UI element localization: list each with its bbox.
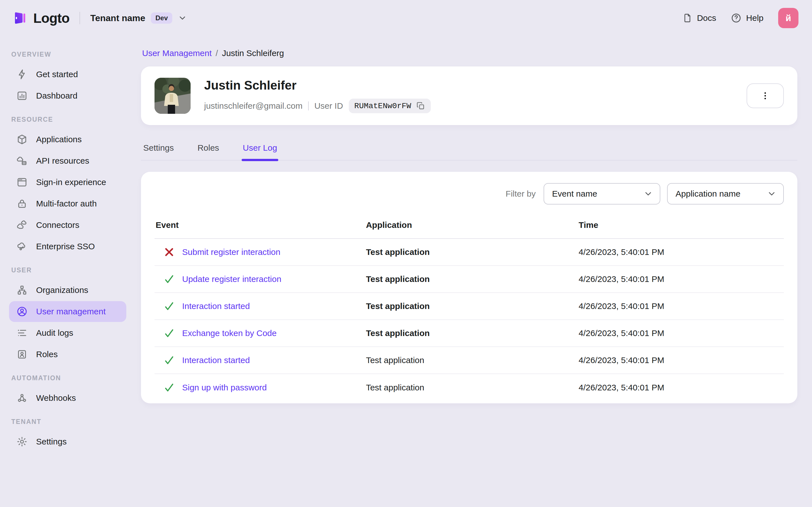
topbar: Logto Tenant name Dev Docs Help й [0,0,812,36]
event-link[interactable]: Update register interaction [182,274,282,284]
logto-logo-icon [11,10,28,26]
main-content: User Management / Justin Schleiferg [135,36,812,507]
sidebar-item-get-started[interactable]: Get started [9,64,126,85]
more-actions-button[interactable] [747,83,784,108]
event-link[interactable]: Submit register interaction [182,247,281,257]
lock-icon [16,198,28,209]
sidebar-item-api-resources[interactable]: API resources [9,151,126,171]
sidebar-item-label: Dashboard [36,91,78,101]
sidebar-item-user-management[interactable]: User management [9,301,126,322]
chevron-down-icon [178,13,187,22]
sidebar: OVERVIEW Get started Dashboard RESOURCE … [0,36,135,507]
sidebar-item-webhooks[interactable]: Webhooks [9,388,126,408]
sidebar-item-label: Webhooks [36,393,76,403]
sidebar-item-label: User management [36,307,106,316]
tenant-name: Tenant name [90,13,145,23]
docs-button[interactable]: Docs [682,13,716,23]
kebab-icon [760,91,770,101]
section-header-resource: RESOURCE [0,107,135,128]
time-cell: 4/26/2023, 5:40:01 PM [578,383,784,392]
bar-chart-icon [16,90,28,101]
application-cell: Test application [366,328,578,338]
success-check-icon [163,300,175,312]
application-cell: Test application [366,355,578,365]
sidebar-item-label: Applications [36,135,82,144]
sidebar-item-label: Settings [36,437,66,446]
copy-icon [416,101,425,110]
application-name-filter-value: Application name [675,189,741,199]
sidebar-item-label: Roles [36,349,58,359]
success-check-icon [163,274,175,285]
event-name-filter-value: Event name [552,189,597,199]
sidebar-item-label: Connectors [36,220,79,230]
sidebar-item-audit-logs[interactable]: Audit logs [9,323,126,343]
cloud-key-icon [16,241,28,252]
sidebar-item-enterprise-sso[interactable]: Enterprise SSO [9,236,126,257]
event-link[interactable]: Exchange token by Code [182,328,276,338]
sidebar-item-multi-factor-auth[interactable]: Multi-factor auth [9,193,126,214]
table-row: Update register interaction Test applica… [154,266,784,293]
application-name-filter-dropdown[interactable]: Application name [667,183,784,205]
table-row: Submit register interaction Test applica… [154,239,784,266]
application-cell: Test application [366,247,578,257]
sidebar-item-roles[interactable]: Roles [9,344,126,365]
logo-wordmark: Logto [33,10,69,26]
filter-by-label: Filter by [506,189,536,199]
breadcrumb-current: Justin Schleiferg [222,48,284,58]
sidebar-item-label: Sign-in experience [36,177,106,187]
help-button[interactable]: Help [731,13,763,23]
webhook-icon [16,392,28,404]
org-chart-icon [16,284,28,296]
sidebar-item-connectors[interactable]: Connectors [9,215,126,235]
chevron-down-icon [767,189,776,199]
user-id-value: RUMatENw0rFW [354,102,411,110]
table-row: Interaction started Test application 4/2… [154,347,784,374]
sidebar-item-organizations[interactable]: Organizations [9,280,126,300]
api-resource-icon [16,155,28,166]
tab-settings[interactable]: Settings [142,138,175,160]
logto-logo[interactable]: Logto [11,10,69,26]
gear-icon [16,436,28,447]
breadcrumb: User Management / Justin Schleiferg [142,48,797,58]
sidebar-item-label: Audit logs [36,328,73,338]
breadcrumb-separator: / [216,48,218,58]
user-email: justinschleifer@gmail.com [204,101,303,111]
section-header-automation: AUTOMATION [0,365,135,387]
user-name: Justin Schleifer [204,78,431,93]
sidebar-item-dashboard[interactable]: Dashboard [9,86,126,106]
breadcrumb-user-management-link[interactable]: User Management [142,48,212,58]
table-header-row: Event Application Time [154,215,784,239]
application-cell: Test application [366,274,578,284]
event-link[interactable]: Interaction started [182,301,250,311]
table-row: Interaction started Test application 4/2… [154,293,784,320]
tab-bar: Settings Roles User Log [141,138,797,161]
event-name-filter-dropdown[interactable]: Event name [544,183,660,205]
tab-roles[interactable]: Roles [196,138,220,160]
meta-divider [308,101,309,110]
user-id-chip[interactable]: RUMatENw0rFW [349,99,431,113]
chevron-down-icon [644,189,653,199]
application-cell: Test application [366,383,578,392]
success-check-icon [163,382,175,393]
sidebar-item-sign-in-experience[interactable]: Sign-in experience [9,172,126,193]
time-cell: 4/26/2023, 5:40:01 PM [578,301,784,311]
sidebar-item-applications[interactable]: Applications [9,129,126,150]
tenant-selector[interactable]: Tenant name Dev [90,12,187,24]
tenant-env-badge: Dev [151,12,172,24]
user-avatar[interactable]: й [778,8,799,28]
section-header-user: USER [0,258,135,279]
success-check-icon [163,328,175,339]
section-header-tenant: TENANT [0,409,135,431]
help-label: Help [746,13,763,23]
sidebar-item-settings[interactable]: Settings [9,431,126,452]
event-link[interactable]: Interaction started [182,355,250,365]
sidebar-item-label: API resources [36,156,89,166]
time-cell: 4/26/2023, 5:40:01 PM [578,355,784,365]
tab-user-log[interactable]: User Log [242,138,278,160]
column-header-application: Application [366,220,578,230]
column-header-event: Event [154,220,366,230]
column-header-time: Time [578,220,784,230]
event-link[interactable]: Sign up with password [182,383,267,392]
clouds-icon [16,219,28,231]
user-log-panel: Filter by Event name Application name Ev… [141,172,797,403]
